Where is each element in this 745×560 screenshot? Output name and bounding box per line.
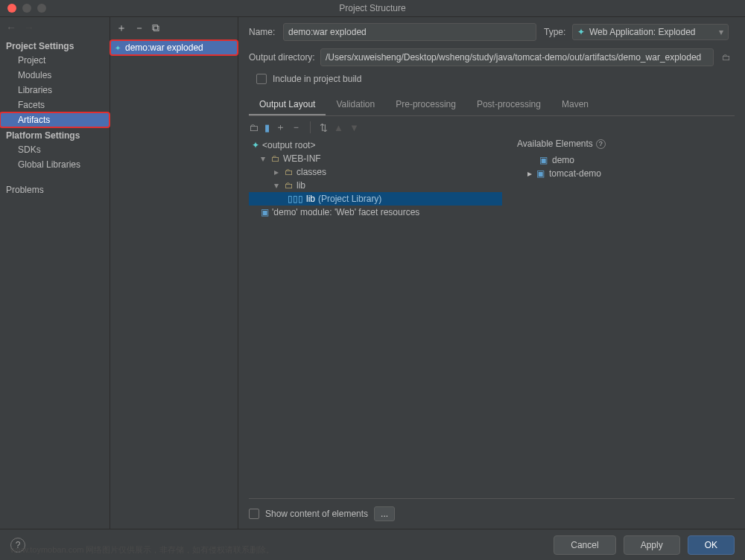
sidebar-item-artifacts[interactable]: Artifacts: [0, 112, 110, 127]
artifact-icon: ✦: [115, 44, 121, 52]
forward-icon: →: [24, 22, 34, 34]
tab-pre-processing[interactable]: Pre-processing: [385, 95, 466, 115]
name-input[interactable]: [283, 23, 536, 41]
output-dir-row: Output directory: 🗀: [249, 48, 735, 66]
tree-classes[interactable]: ▸ 🗀 classes: [249, 165, 502, 179]
layout-toolbar: 🗀 ▮ ＋ － ⇅ ▲ ▼: [249, 116, 735, 139]
cancel-button[interactable]: Cancel: [554, 535, 615, 555]
tree-web-inf[interactable]: ▾ 🗀 WEB-INF: [249, 152, 502, 165]
root-label: <output root>: [262, 140, 315, 150]
sidebar-item-project[interactable]: Project: [0, 53, 110, 68]
name-row: Name: Type: ✦ Web Application: Exploded …: [249, 23, 735, 41]
artifacts-column: ＋ － ⧉ ✦ demo:war exploded: [110, 17, 238, 529]
footer-options: Show content of elements ...: [249, 498, 735, 529]
caret-down-icon[interactable]: ▾: [274, 180, 282, 191]
browse-folder-icon[interactable]: 🗀: [718, 49, 735, 66]
module-icon: ▣: [539, 155, 548, 165]
sidebar-item-problems[interactable]: Problems: [0, 182, 110, 197]
caret-right-icon[interactable]: ▸: [527, 168, 532, 179]
include-build-checkbox[interactable]: [256, 74, 267, 84]
tab-maven[interactable]: Maven: [551, 95, 599, 115]
remove-item-icon[interactable]: －: [291, 121, 301, 134]
lib-project-label: lib: [306, 194, 315, 204]
folder-icon: 🗀: [285, 180, 294, 191]
main-area: ← → Project Settings Project Modules Lib…: [0, 16, 745, 529]
webinf-label: WEB-INF: [283, 153, 321, 164]
caret-right-icon[interactable]: ▸: [274, 167, 282, 177]
layout-body: ✦ <output root> ▾ 🗀 WEB-INF ▸ 🗀 classes …: [249, 139, 735, 498]
folder-icon: 🗀: [271, 153, 280, 164]
add-icon[interactable]: ＋: [116, 22, 127, 35]
root-icon: ✦: [252, 140, 259, 150]
sidebar-item-facets[interactable]: Facets: [0, 98, 110, 112]
include-build-label: Include in project build: [273, 74, 361, 84]
available-elements: Available Elements ? ▣ demo ▸ ▣ tomcat-d…: [517, 139, 735, 498]
remove-icon[interactable]: －: [134, 22, 145, 35]
caret-down-icon[interactable]: ▾: [261, 153, 268, 164]
classes-label: classes: [297, 167, 326, 177]
titlebar: Project Structure: [0, 0, 745, 16]
new-item-icon[interactable]: ▮: [264, 122, 270, 133]
watermark-text: www.toymoban.com 网络图片仅供展示，非存储，如有侵权请联系删除。: [10, 544, 274, 556]
available-demo-label: demo: [552, 155, 574, 165]
help-icon[interactable]: ?: [596, 139, 606, 149]
output-dir-input[interactable]: [320, 48, 714, 66]
available-tomcat-label: tomcat-demo: [549, 168, 601, 179]
tree-lib[interactable]: ▾ 🗀 lib: [249, 179, 502, 192]
add-copy-icon[interactable]: ＋: [276, 121, 285, 134]
dialog-buttons: Cancel Apply OK: [554, 535, 735, 555]
show-content-label: Show content of elements: [265, 509, 368, 519]
artifact-item-demo-war[interactable]: ✦ demo:war exploded: [110, 40, 238, 55]
down-icon: ▼: [349, 122, 359, 133]
tree-demo-facet[interactable]: ▣ 'demo' module: 'Web' facet resources: [249, 206, 502, 219]
artifacts-list: ✦ demo:war exploded: [110, 40, 238, 529]
detail-tabs: Output Layout Validation Pre-processing …: [249, 95, 735, 116]
tab-post-processing[interactable]: Post-processing: [466, 95, 551, 115]
chevron-down-icon: ▾: [719, 27, 723, 37]
show-content-checkbox[interactable]: [249, 509, 259, 519]
artifact-label: demo:war exploded: [125, 42, 203, 53]
nav-arrows: ← →: [0, 17, 110, 38]
project-settings-header: Project Settings: [0, 38, 110, 53]
toolbar-divider: [310, 121, 311, 133]
available-header: Available Elements ?: [517, 139, 735, 149]
sidebar: ← → Project Settings Project Modules Lib…: [0, 17, 110, 529]
tree-output-root[interactable]: ✦ <output root>: [249, 139, 502, 152]
new-folder-icon[interactable]: 🗀: [249, 122, 259, 133]
sidebar-item-modules[interactable]: Modules: [0, 68, 110, 83]
sort-icon[interactable]: ⇅: [320, 122, 328, 133]
module-icon: ▣: [536, 168, 545, 179]
window-title: Project Structure: [0, 3, 745, 13]
include-build-row[interactable]: Include in project build: [256, 74, 735, 84]
tree-lib-project[interactable]: ▯▯▯ lib (Project Library): [249, 192, 502, 206]
sidebar-item-sdks[interactable]: SDKs: [0, 142, 110, 157]
ok-button[interactable]: OK: [688, 535, 735, 555]
lib-label: lib: [297, 180, 305, 191]
web-app-icon: ✦: [577, 27, 585, 37]
available-item-tomcat-demo[interactable]: ▸ ▣ tomcat-demo: [517, 167, 735, 180]
tab-output-layout[interactable]: Output Layout: [249, 95, 326, 115]
library-icon: ▯▯▯: [288, 194, 303, 204]
demo-facet-label: 'demo' module: 'Web' facet resources: [272, 207, 419, 217]
tab-validation[interactable]: Validation: [326, 95, 385, 115]
ellipsis-button[interactable]: ...: [374, 506, 395, 521]
apply-button[interactable]: Apply: [624, 535, 680, 555]
copy-icon[interactable]: ⧉: [152, 22, 159, 35]
type-label: Type:: [544, 27, 572, 37]
output-tree[interactable]: ✦ <output root> ▾ 🗀 WEB-INF ▸ 🗀 classes …: [249, 139, 502, 498]
available-header-label: Available Elements: [517, 139, 593, 149]
type-select[interactable]: ✦ Web Application: Exploded ▾: [572, 24, 729, 40]
artifacts-toolbar: ＋ － ⧉: [110, 17, 238, 40]
back-icon[interactable]: ←: [6, 22, 16, 34]
detail-panel: Name: Type: ✦ Web Application: Exploded …: [238, 17, 745, 529]
available-item-demo[interactable]: ▣ demo: [517, 153, 735, 167]
sidebar-item-libraries[interactable]: Libraries: [0, 83, 110, 98]
sidebar-item-global-libraries[interactable]: Global Libraries: [0, 157, 110, 172]
lib-project-suffix: (Project Library): [318, 194, 381, 204]
name-label: Name:: [249, 27, 283, 37]
folder-icon: 🗀: [285, 167, 294, 177]
platform-settings-header: Platform Settings: [0, 127, 110, 142]
up-icon: ▲: [334, 122, 343, 133]
type-value: Web Application: Exploded: [589, 27, 696, 37]
web-facet-icon: ▣: [261, 207, 269, 217]
